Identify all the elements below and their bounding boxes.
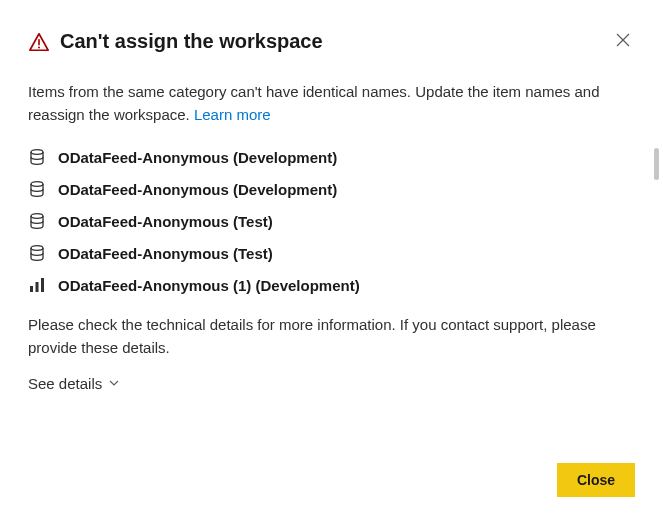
svg-rect-8 xyxy=(30,286,33,292)
close-icon xyxy=(615,32,631,51)
report-icon xyxy=(28,276,46,294)
description-text: Items from the same category can't have … xyxy=(28,83,600,123)
title-group: Can't assign the workspace xyxy=(28,30,323,53)
scrollbar-thumb[interactable] xyxy=(654,148,659,180)
svg-point-7 xyxy=(31,246,43,251)
svg-point-6 xyxy=(31,214,43,219)
close-button[interactable]: Close xyxy=(557,463,635,497)
list-item: ODataFeed-Anonymous (Development) xyxy=(28,180,635,198)
item-label: ODataFeed-Anonymous (1) (Development) xyxy=(58,277,360,294)
dataset-icon xyxy=(28,212,46,230)
svg-point-5 xyxy=(31,182,43,187)
warning-icon xyxy=(28,31,50,53)
item-label: ODataFeed-Anonymous (Test) xyxy=(58,213,273,230)
learn-more-link[interactable]: Learn more xyxy=(194,106,271,123)
technical-details-text: Please check the technical details for m… xyxy=(28,314,635,359)
dataset-icon xyxy=(28,180,46,198)
svg-point-4 xyxy=(31,150,43,155)
conflict-item-list: ODataFeed-Anonymous (Development) ODataF… xyxy=(28,148,635,294)
list-item: ODataFeed-Anonymous (Test) xyxy=(28,212,635,230)
svg-rect-10 xyxy=(41,278,44,292)
item-label: ODataFeed-Anonymous (Development) xyxy=(58,181,337,198)
item-label: ODataFeed-Anonymous (Test) xyxy=(58,245,273,262)
close-icon-button[interactable] xyxy=(611,28,635,55)
item-label: ODataFeed-Anonymous (Development) xyxy=(58,149,337,166)
dataset-icon xyxy=(28,244,46,262)
dialog-footer: Close xyxy=(557,463,635,497)
see-details-toggle[interactable]: See details xyxy=(28,375,120,392)
see-details-label: See details xyxy=(28,375,102,392)
list-item: ODataFeed-Anonymous (Test) xyxy=(28,244,635,262)
list-item: ODataFeed-Anonymous (Development) xyxy=(28,148,635,166)
dataset-icon xyxy=(28,148,46,166)
svg-rect-9 xyxy=(36,282,39,292)
dialog-header: Can't assign the workspace xyxy=(28,28,635,55)
svg-point-1 xyxy=(38,46,40,48)
list-item: ODataFeed-Anonymous (1) (Development) xyxy=(28,276,635,294)
dialog-title: Can't assign the workspace xyxy=(60,30,323,53)
chevron-down-icon xyxy=(108,375,120,392)
dialog-description: Items from the same category can't have … xyxy=(28,81,635,126)
